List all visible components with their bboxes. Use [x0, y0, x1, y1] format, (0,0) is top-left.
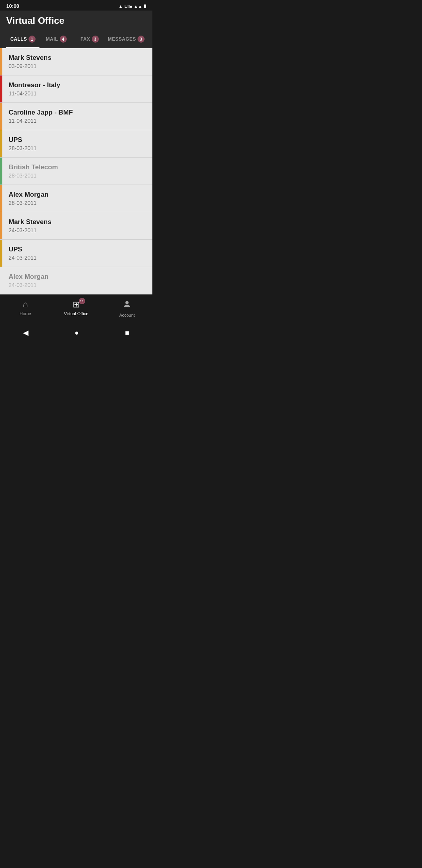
item-date: 28-03-2011 — [9, 200, 146, 206]
nav-account[interactable]: Account — [102, 298, 152, 319]
item-content: Mark Stevens 24-03-2011 — [2, 212, 152, 239]
item-content: British Telecom 28-03-2011 — [2, 158, 152, 185]
bottom-nav: ⌂ Home 11 ⊞ Virtual Office Account — [0, 294, 152, 324]
item-name: Alex Morgan — [9, 191, 146, 199]
status-time: 10:00 — [6, 3, 19, 9]
android-nav: ◀ ● ■ — [0, 324, 152, 342]
nav-home-label: Home — [20, 311, 31, 316]
wifi-icon: ▲ — [118, 4, 123, 9]
list-item[interactable]: Alex Morgan 24-03-2011 — [0, 267, 152, 294]
item-content: Caroline Japp - BMF 11-04-2011 — [2, 103, 152, 130]
tab-messages-label: MESSAGES — [108, 36, 136, 42]
list-item[interactable]: Montresor - Italy 11-04-2011 — [0, 75, 152, 103]
item-content: UPS 28-03-2011 — [2, 130, 152, 157]
item-date: 28-03-2011 — [9, 172, 146, 179]
tab-fax-badge: 3 — [92, 36, 99, 43]
tab-mail-label: MAIL — [46, 36, 58, 42]
item-name: Caroline Japp - BMF — [9, 109, 146, 117]
lte-icon: LTE — [124, 4, 132, 9]
tab-fax-label: FAX — [80, 36, 90, 42]
list-item[interactable]: UPS 24-03-2011 — [0, 240, 152, 267]
tab-calls[interactable]: CALLS 1 — [6, 31, 39, 48]
item-name: Mark Stevens — [9, 54, 146, 62]
header: Virtual Office CALLS 1 MAIL 4 FAX 3 MESS… — [0, 11, 152, 48]
tab-calls-badge: 1 — [29, 36, 36, 43]
battery-icon: ▮ — [144, 4, 146, 9]
list-item[interactable]: UPS 28-03-2011 — [0, 130, 152, 158]
nav-home[interactable]: ⌂ Home — [0, 298, 51, 319]
item-date: 28-03-2011 — [9, 145, 146, 151]
list-item[interactable]: British Telecom 28-03-2011 — [0, 158, 152, 185]
tab-mail-badge: 4 — [60, 36, 67, 43]
item-content: Alex Morgan 28-03-2011 — [2, 185, 152, 212]
account-icon — [122, 299, 132, 311]
item-name: British Telecom — [9, 163, 146, 171]
item-name: UPS — [9, 136, 146, 144]
app-title: Virtual Office — [6, 15, 146, 31]
status-bar: 10:00 ▲ LTE ▲▲ ▮ — [0, 0, 152, 11]
item-date: 24-03-2011 — [9, 255, 146, 261]
item-date: 24-03-2011 — [9, 282, 146, 288]
item-date: 24-03-2011 — [9, 227, 146, 233]
back-button[interactable]: ◀ — [23, 328, 29, 337]
signal-icon: ▲▲ — [134, 4, 142, 9]
status-icons: ▲ LTE ▲▲ ▮ — [118, 4, 146, 9]
item-name: Montresor - Italy — [9, 81, 146, 89]
list-item[interactable]: Alex Morgan 28-03-2011 — [0, 185, 152, 212]
home-icon: ⌂ — [23, 299, 28, 310]
tab-fax[interactable]: FAX 3 — [73, 31, 106, 48]
item-date: 03-09-2011 — [9, 63, 146, 69]
item-date: 11-04-2011 — [9, 90, 146, 97]
recent-button[interactable]: ■ — [125, 329, 129, 337]
svg-point-0 — [125, 301, 129, 304]
item-content: UPS 24-03-2011 — [2, 240, 152, 267]
item-name: UPS — [9, 246, 146, 253]
item-date: 11-04-2011 — [9, 118, 146, 124]
item-content: Montresor - Italy 11-04-2011 — [2, 75, 152, 102]
home-button[interactable]: ● — [75, 329, 79, 337]
nav-virtual-office[interactable]: 11 ⊞ Virtual Office — [51, 298, 102, 319]
item-name: Mark Stevens — [9, 218, 146, 226]
nav-account-label: Account — [119, 313, 135, 317]
virtual-office-badge: 11 — [79, 298, 85, 304]
tab-calls-label: CALLS — [10, 36, 27, 42]
item-content: Alex Morgan 24-03-2011 — [2, 267, 152, 294]
tab-mail[interactable]: MAIL 4 — [39, 31, 73, 48]
tab-messages[interactable]: MESSAGES 3 — [106, 31, 146, 48]
calls-list: Mark Stevens 03-09-2011 Montresor - Ital… — [0, 48, 152, 294]
item-name: Alex Morgan — [9, 273, 146, 281]
tab-bar: CALLS 1 MAIL 4 FAX 3 MESSAGES 3 — [6, 31, 146, 48]
list-item[interactable]: Mark Stevens 03-09-2011 — [0, 48, 152, 75]
nav-virtual-office-label: Virtual Office — [64, 311, 89, 316]
item-content: Mark Stevens 03-09-2011 — [2, 48, 152, 75]
tab-messages-badge: 3 — [138, 36, 145, 43]
list-item[interactable]: Caroline Japp - BMF 11-04-2011 — [0, 103, 152, 130]
list-item[interactable]: Mark Stevens 24-03-2011 — [0, 212, 152, 240]
